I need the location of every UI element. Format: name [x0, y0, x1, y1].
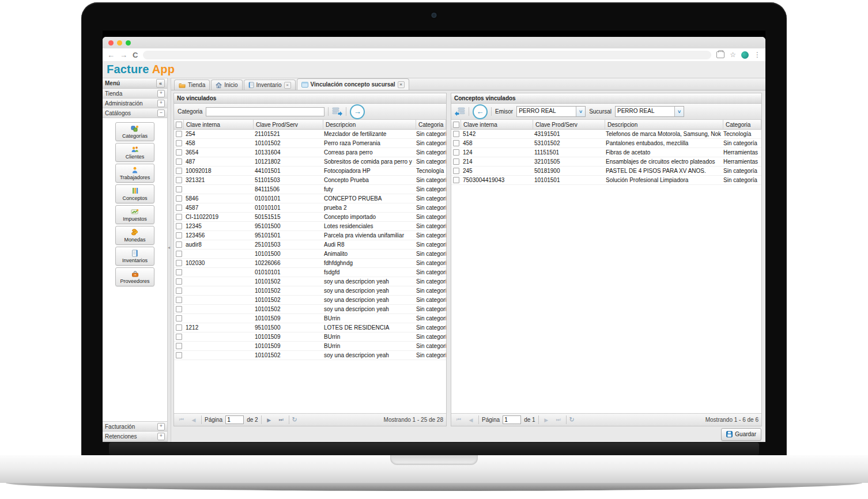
page-number-input[interactable]: [225, 415, 244, 424]
table-row[interactable]: 12345695101501Parcela pra vivienda unifa…: [174, 231, 446, 240]
column-header[interactable]: Categoria: [416, 120, 446, 129]
column-header[interactable]: Clave interna: [184, 120, 254, 129]
row-checkbox[interactable]: [174, 223, 183, 229]
tab-vinculacion-concepto-sucursal[interactable]: Vinculación concepto sucursal×: [297, 78, 409, 90]
row-checkbox[interactable]: [451, 131, 461, 137]
table-row[interactable]: 1234595101500Lotes residencialesSin cate…: [174, 222, 446, 231]
table-row[interactable]: 10101509BUrrinSin categoría: [174, 332, 446, 342]
chevron-down-icon[interactable]: ˅: [674, 107, 684, 116]
refresh-icon[interactable]: ↻: [569, 416, 575, 424]
page-number-input[interactable]: [503, 415, 521, 424]
sidebar-section-tienda[interactable]: Tienda+: [103, 89, 167, 99]
column-header[interactable]: Clave Prod/Serv: [254, 120, 323, 129]
link-arrow-button[interactable]: →: [350, 104, 365, 119]
section-toggle-icon[interactable]: −: [157, 109, 165, 117]
table-row[interactable]: 1009201844101501Fotocopiadora HPTecnolog…: [174, 167, 446, 176]
prev-page-icon[interactable]: ◀: [466, 415, 475, 425]
close-icon[interactable]: ×: [398, 81, 405, 88]
row-checkbox[interactable]: [174, 306, 183, 312]
table-row[interactable]: 514243191501Telefonos de marca Motorola,…: [451, 130, 761, 139]
first-page-icon[interactable]: ⏮: [454, 415, 463, 425]
column-header[interactable]: Clave interna: [461, 120, 533, 129]
section-toggle-icon[interactable]: +: [157, 100, 165, 107]
row-checkbox[interactable]: [174, 149, 183, 156]
minimize-window-button[interactable]: [117, 40, 122, 46]
last-page-icon[interactable]: ⏭: [554, 415, 563, 425]
sucursal-select[interactable]: PERRO REAL ˅: [615, 106, 684, 117]
table-row[interactable]: 48710121802Sobresitos de comida para per…: [174, 157, 446, 167]
column-header[interactable]: Descripcion: [323, 120, 416, 129]
sidebar-section-retenciones[interactable]: Retenciones+: [103, 432, 167, 441]
close-icon[interactable]: ×: [284, 82, 291, 89]
row-checkbox[interactable]: [174, 315, 183, 322]
row-checkbox[interactable]: [174, 343, 183, 349]
first-page-icon[interactable]: ⏮: [177, 415, 186, 425]
row-checkbox[interactable]: [174, 241, 183, 248]
row-checkbox[interactable]: [174, 324, 183, 331]
select-all-checkbox[interactable]: [451, 120, 461, 129]
table-row[interactable]: 21432101505Ensamblajes de circuitos elec…: [451, 157, 761, 167]
table-row[interactable]: 01010101fsdgfdSin categoría: [174, 268, 446, 277]
sidebar-item-monedas[interactable]: Monedas: [115, 226, 154, 245]
refresh-button[interactable]: C: [133, 51, 138, 59]
row-checkbox[interactable]: [174, 195, 183, 202]
table-row[interactable]: 458701010101prueba 2Sin categoría: [174, 203, 446, 213]
row-checkbox[interactable]: [174, 260, 183, 266]
profile-avatar[interactable]: [741, 51, 749, 59]
prev-page-icon[interactable]: ◀: [189, 415, 198, 425]
sidebar-item-categorias[interactable]: Categorías: [115, 122, 154, 141]
table-row[interactable]: 24550181900PASTEL DE 4 PISOS PARA XV ANO…: [451, 167, 761, 176]
row-checkbox[interactable]: [174, 334, 183, 340]
sidebar-item-trabajadores[interactable]: Trabajadores: [115, 164, 154, 183]
row-checkbox[interactable]: [451, 168, 461, 174]
table-row[interactable]: 84111506futySin categoría: [174, 185, 446, 194]
table-row[interactable]: 584601010101CONCEPTO PRUEBASin categoría: [174, 194, 446, 203]
row-checkbox[interactable]: [174, 186, 183, 192]
sidebar-collapse-button[interactable]: «: [156, 79, 165, 88]
back-button[interactable]: ←: [107, 51, 115, 59]
row-checkbox[interactable]: [451, 149, 461, 156]
category-filter-input[interactable]: [206, 107, 324, 116]
browser-menu-icon[interactable]: ⋮: [754, 51, 761, 59]
section-toggle-icon[interactable]: +: [157, 423, 165, 430]
row-checkbox[interactable]: [174, 278, 183, 285]
sidebar-item-impuestos[interactable]: Impuestos: [115, 205, 154, 224]
move-left-icon[interactable]: [455, 107, 465, 116]
row-checkbox[interactable]: [451, 140, 461, 146]
table-row[interactable]: 45853101502Pantalones entubados, mezclil…: [451, 139, 761, 148]
table-row[interactable]: 10101502soy una descripcion yeahSin cate…: [174, 296, 446, 305]
row-checkbox[interactable]: [174, 251, 183, 257]
sidebar-item-clientes[interactable]: Clientes: [115, 143, 154, 162]
table-row[interactable]: CI-1102201950151515Concepto importadoSin…: [174, 213, 446, 222]
close-window-button[interactable]: [108, 40, 114, 46]
sidebar-item-conceptos[interactable]: Conceptos: [115, 184, 154, 203]
sidebar-item-inventarios[interactable]: Inventarios: [115, 247, 154, 266]
table-row[interactable]: 10101502soy una descripcion yeahSin cate…: [174, 351, 446, 360]
sidebar-section-administracion[interactable]: Administración+: [103, 99, 167, 108]
move-right-icon[interactable]: [332, 107, 342, 116]
url-bar[interactable]: [143, 51, 711, 59]
emisor-select[interactable]: PERRO REAL ˅: [516, 106, 586, 117]
column-header[interactable]: Categoria: [723, 120, 761, 129]
row-checkbox[interactable]: [174, 288, 183, 294]
table-row[interactable]: 10101502soy una descripcion yeahSin cate…: [174, 305, 446, 314]
section-toggle-icon[interactable]: +: [157, 90, 165, 97]
tab-inventario[interactable]: Inventario×: [244, 80, 296, 90]
row-checkbox[interactable]: [451, 177, 461, 183]
splitter-collapse-icon[interactable]: ◂: [168, 245, 170, 250]
bookmark-star-icon[interactable]: ☆: [730, 51, 736, 59]
table-row[interactable]: 10203010226066fdhfdghndgSin categoría: [174, 259, 446, 268]
table-row[interactable]: 25421101521Mezclador de fertilizanteSin …: [174, 130, 446, 139]
next-page-icon[interactable]: ▶: [265, 415, 274, 425]
row-checkbox[interactable]: [174, 269, 183, 275]
sidebar-section-facturacion[interactable]: Facturación+: [103, 422, 167, 432]
table-row[interactable]: 12411151501Fibras de acetatoHerramientas: [451, 148, 761, 157]
next-page-icon[interactable]: ▶: [542, 415, 551, 425]
sidebar-item-proveedores[interactable]: Proveedores: [115, 267, 154, 286]
refresh-icon[interactable]: ↻: [292, 416, 297, 424]
section-toggle-icon[interactable]: +: [157, 433, 165, 440]
column-header[interactable]: Clave Prod/Serv: [533, 120, 605, 129]
table-row[interactable]: 750300441904310101501Solución Profesiona…: [451, 176, 761, 185]
table-row[interactable]: 45810101502Perro raza PomeraniaSin categ…: [174, 139, 446, 148]
table-row[interactable]: 365410131604Correas para perroSin catego…: [174, 148, 446, 157]
